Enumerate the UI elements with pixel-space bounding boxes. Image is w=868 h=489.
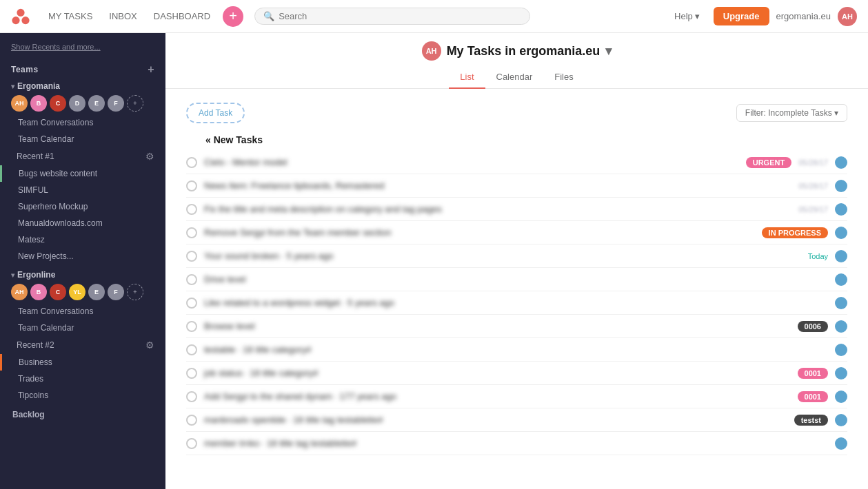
logo[interactable] xyxy=(11,7,30,26)
avatar-e2[interactable]: B xyxy=(30,284,47,300)
search-bar[interactable]: 🔍 xyxy=(254,8,530,25)
team-ergonline-name[interactable]: Ergonline xyxy=(0,267,165,282)
sidebar-item-team-calendar-1[interactable]: Team Calendar xyxy=(0,131,165,147)
sidebar-item-new-projects-1[interactable]: New Projects... xyxy=(0,248,165,264)
sidebar-item-simful[interactable]: SIMFUL xyxy=(0,182,165,198)
tab-files[interactable]: Files xyxy=(543,67,584,89)
sidebar-item-team-conversations-1[interactable]: Team Conversations xyxy=(0,114,165,131)
avatar-2[interactable]: B xyxy=(30,95,47,112)
settings-icon-1[interactable]: ⚙ xyxy=(145,151,154,162)
user-avatar[interactable]: AH xyxy=(838,7,857,26)
table-row: Add Sergyi to the shared dynam · 177 yea… xyxy=(186,385,847,408)
avatar-e1[interactable]: AH xyxy=(11,284,28,300)
task-dot[interactable] xyxy=(835,180,847,192)
avatar-6[interactable]: F xyxy=(108,95,124,112)
task-checkbox[interactable] xyxy=(186,391,197,402)
sidebar-item-team-calendar-2[interactable]: Team Calendar xyxy=(0,320,165,336)
task-dot[interactable] xyxy=(835,156,847,169)
task-checkbox[interactable] xyxy=(186,157,197,168)
filter-button[interactable]: Filter: Incomplete Tasks ▾ xyxy=(736,104,847,122)
task-dot[interactable] xyxy=(835,297,847,309)
tab-calendar[interactable]: Calendar xyxy=(485,67,544,89)
task-text[interactable]: Cielo - Mentor model xyxy=(204,157,739,167)
sidebar-item-superhero[interactable]: Superhero Mockup xyxy=(0,198,165,215)
avatar-5[interactable]: E xyxy=(88,95,105,112)
sidebar-section-label-1[interactable]: Recent #1 xyxy=(17,152,54,161)
sidebar-section-recent-2: Recent #2 ⚙ xyxy=(0,336,165,354)
help-button[interactable]: Help ▾ xyxy=(667,8,707,25)
upgrade-button[interactable]: Upgrade xyxy=(714,7,769,25)
task-dot[interactable] xyxy=(835,414,847,426)
sidebar-item-team-conversations-2[interactable]: Team Conversations xyxy=(0,303,165,320)
task-dot[interactable] xyxy=(835,367,847,379)
task-dot[interactable] xyxy=(835,320,847,333)
task-checkbox[interactable] xyxy=(186,298,197,309)
settings-icon-2[interactable]: ⚙ xyxy=(145,340,154,351)
task-checkbox[interactable] xyxy=(186,180,197,191)
task-checkbox[interactable] xyxy=(186,251,197,262)
page-title-chevron[interactable]: ▾ xyxy=(605,43,612,59)
task-dot[interactable] xyxy=(835,203,847,216)
task-text[interactable]: News Item: Freelance tipboards, Remaster… xyxy=(204,180,791,191)
task-dot[interactable] xyxy=(835,437,847,450)
task-checkbox[interactable] xyxy=(186,438,197,449)
show-recents-link[interactable]: Show Recents and more... xyxy=(11,40,154,54)
search-input[interactable] xyxy=(279,11,521,21)
avatar-e5[interactable]: E xyxy=(88,284,105,300)
sidebar-item-bugs-website[interactable]: Bugs website content xyxy=(0,165,165,182)
add-task-button[interactable]: Add Task xyxy=(186,103,245,123)
task-dot[interactable] xyxy=(835,273,847,286)
task-dot[interactable] xyxy=(835,344,847,356)
task-text[interactable]: Remove Sergyi from the Team member secti… xyxy=(204,227,755,238)
task-checkbox[interactable] xyxy=(186,274,197,285)
page-header: AH My Tasks in ergomania.eu ▾ List Calen… xyxy=(165,33,868,89)
task-badge: testst xyxy=(794,415,828,426)
svg-point-1 xyxy=(12,17,19,24)
task-text[interactable]: member trnko · 18 title tag testabletie# xyxy=(204,438,828,448)
add-member-1[interactable]: + xyxy=(127,95,143,112)
inbox-link[interactable]: INBOX xyxy=(102,7,143,25)
task-text[interactable]: Browse level xyxy=(204,321,791,331)
sidebar-item-backlog[interactable]: Backlog xyxy=(0,406,165,423)
add-member-2[interactable]: + xyxy=(127,284,143,300)
task-text[interactable]: Your sound broken · 5 years ago xyxy=(204,251,801,261)
task-due-today: Today xyxy=(808,252,828,260)
team-ergonline: Ergonline AH B C YL E F + Team Conversat… xyxy=(0,267,165,404)
add-button[interactable]: + xyxy=(223,6,243,27)
task-dot[interactable] xyxy=(835,250,847,262)
tab-list[interactable]: List xyxy=(449,67,485,89)
task-text[interactable]: Like related to a wordpress widget · 5 y… xyxy=(204,298,828,308)
task-dot[interactable] xyxy=(835,227,847,239)
task-text[interactable]: manbroadv opentide · 18 title tag testab… xyxy=(204,415,787,425)
avatar-1[interactable]: AH xyxy=(11,95,28,112)
avatar-4[interactable]: D xyxy=(69,95,85,112)
task-dot[interactable] xyxy=(835,391,847,403)
chevron-down-icon: ▾ xyxy=(695,11,700,21)
task-text[interactable]: Fix the title and meta description on ca… xyxy=(204,204,791,214)
avatar-e4[interactable]: YL xyxy=(69,284,85,300)
sidebar-item-tipcoins[interactable]: Tipcoins xyxy=(0,387,165,404)
task-checkbox[interactable] xyxy=(186,368,197,379)
add-team-icon[interactable]: + xyxy=(148,63,154,76)
avatar-3[interactable]: C xyxy=(50,95,66,112)
avatar-e3[interactable]: C xyxy=(50,284,66,300)
task-checkbox[interactable] xyxy=(186,415,197,426)
my-tasks-link[interactable]: MY TASKS xyxy=(41,7,99,25)
task-text[interactable]: Add Sergyi to the shared dynam · 177 yea… xyxy=(204,391,791,402)
avatar-e6[interactable]: F xyxy=(108,284,124,300)
team-ergomania-name[interactable]: Ergomania xyxy=(0,79,165,94)
table-row: member trnko · 18 title tag testabletie# xyxy=(186,432,847,455)
task-text[interactable]: testable · 18 title category# xyxy=(204,344,828,355)
sidebar-item-manualdownloads[interactable]: Manualdownloads.com xyxy=(0,215,165,231)
task-checkbox[interactable] xyxy=(186,321,197,332)
task-text[interactable]: job status · 18 title category# xyxy=(204,368,791,378)
task-checkbox[interactable] xyxy=(186,227,197,238)
sidebar-item-matesz[interactable]: Matesz xyxy=(0,231,165,248)
task-text[interactable]: Drive level xyxy=(204,274,828,284)
dashboard-link[interactable]: DASHBOARD xyxy=(147,7,217,25)
sidebar-item-business[interactable]: Business xyxy=(0,354,165,371)
task-checkbox[interactable] xyxy=(186,344,197,355)
sidebar-item-trades[interactable]: Trades xyxy=(0,371,165,387)
sidebar-section-label-2[interactable]: Recent #2 xyxy=(17,340,54,350)
task-checkbox[interactable] xyxy=(186,204,197,215)
